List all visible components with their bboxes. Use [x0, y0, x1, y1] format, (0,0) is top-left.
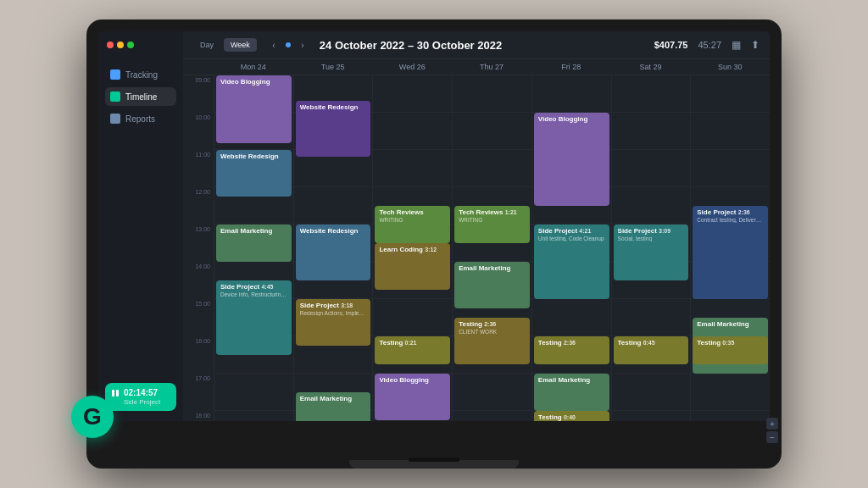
tracking-icon — [110, 69, 120, 80]
day-column-fri: Video BloggingSide Project 4:21Unit test… — [531, 75, 611, 421]
time-label-12: 12:00 — [183, 187, 214, 225]
time-label-15: 15:00 — [183, 299, 214, 336]
sidebar-item-timeline-label: Timeline — [125, 92, 157, 102]
header: Day Week ‹ › 24 October 2022 – 30 Octobe… — [183, 31, 770, 59]
calendar-event[interactable]: Side Project 4:45Device Info, Restructur… — [216, 280, 292, 355]
time-label-11: 11:00 — [183, 150, 214, 187]
calendar-event[interactable]: Email Marketing — [454, 262, 530, 308]
day-header-fri: Fri 28 — [531, 59, 611, 75]
sidebar-item-tracking-label: Tracking — [125, 70, 158, 80]
calendar-event[interactable]: Tech ReviewsWRITING — [375, 206, 450, 243]
time-label-9: 09:00 — [183, 75, 214, 113]
timer-project: Side Project — [124, 398, 170, 406]
export-button[interactable]: ⬆ — [751, 39, 760, 51]
day-view-button[interactable]: Day — [193, 38, 220, 52]
calendar-event[interactable]: Website Redesign — [296, 101, 371, 157]
calendar-event[interactable]: Video Blogging — [375, 374, 450, 420]
next-week-button[interactable]: › — [296, 38, 309, 52]
calendar-event[interactable]: Testing 2:36CLIENT WORK — [454, 318, 530, 364]
traffic-lights — [105, 42, 176, 48]
time-label-10: 10:00 — [183, 113, 214, 150]
calendar-area: Mon 24 Tue 25 Wed 26 Thu 27 Fri 28 Sat 2… — [183, 59, 770, 421]
earnings-display: $407.75 — [654, 40, 688, 50]
sidebar-item-tracking[interactable]: Tracking — [105, 65, 176, 84]
fullscreen-button[interactable] — [127, 42, 134, 48]
calendar-event[interactable]: Learn Coding 3:12 — [375, 243, 450, 290]
laptop-frame: Tracking Timeline Reports 02:14:57 Side — [86, 19, 782, 469]
close-button[interactable] — [107, 42, 114, 48]
calendar-event[interactable]: Side Project 3:18Redesign Actions, Imple… — [296, 299, 371, 346]
zoom-controls: + − — [766, 418, 770, 421]
calendar-event[interactable]: Side Project 3:09Social, testing — [614, 225, 689, 280]
chart-view-button[interactable]: ▦ — [732, 39, 741, 51]
view-toggle: Day Week — [193, 38, 257, 52]
timer-bar[interactable]: 02:14:57 Side Project — [105, 383, 176, 411]
day-column-tue: Website RedesignWebsite RedesignSide Pro… — [293, 75, 373, 421]
calendar-event[interactable]: Video Blogging — [534, 113, 609, 206]
calendar-event[interactable]: Tech Reviews 1:21WRITING — [454, 206, 530, 243]
week-view-button[interactable]: Week — [224, 38, 257, 52]
day-header-sat: Sat 29 — [611, 59, 691, 75]
calendar-event[interactable]: Testing 0:40 — [534, 411, 609, 421]
calendar-event[interactable]: Website Redesign — [296, 225, 371, 280]
sidebar-item-timeline[interactable]: Timeline — [105, 87, 176, 106]
day-header-sun: Sun 30 — [690, 59, 770, 75]
calendar-event[interactable]: Testing 2:36 — [534, 336, 609, 364]
laptop-base — [349, 460, 519, 469]
calendar-event[interactable]: Email Marketing — [216, 225, 292, 262]
zoom-in-button[interactable]: + — [766, 418, 770, 421]
g-logo: G — [71, 396, 114, 438]
main-content: Day Week ‹ › 24 October 2022 – 30 Octobe… — [183, 31, 770, 421]
prev-week-button[interactable]: ‹ — [267, 38, 281, 52]
total-time-display: 45:27 — [698, 40, 721, 50]
day-header-mon: Mon 24 — [214, 59, 293, 75]
time-label-13: 13:00 — [183, 225, 214, 262]
day-column-mon: Video BloggingWebsite RedesignEmail Mark… — [214, 75, 293, 421]
day-header-wed: Wed 26 — [372, 59, 452, 75]
calendar-event[interactable]: Video Blogging — [216, 75, 292, 143]
time-label-17: 17:00 — [183, 374, 214, 411]
time-labels: 09:00 10:00 11:00 12:00 13:00 14:00 15:0… — [183, 75, 214, 421]
calendar-event[interactable]: Email Marketing — [296, 392, 371, 421]
reports-icon — [110, 114, 120, 124]
sidebar-item-reports[interactable]: Reports — [105, 109, 176, 128]
timeline-icon — [110, 92, 120, 102]
calendar-body: 09:00 10:00 11:00 12:00 13:00 14:00 15:0… — [183, 75, 770, 421]
laptop-notch — [409, 458, 459, 462]
time-label-18: 18:00 — [183, 411, 214, 421]
day-headers: Mon 24 Tue 25 Wed 26 Thu 27 Fri 28 Sat 2… — [183, 59, 770, 75]
current-week-indicator — [286, 42, 291, 47]
timer-time: 02:14:57 — [124, 388, 158, 397]
day-header-thu: Thu 27 — [452, 59, 531, 75]
calendar-event[interactable]: Testing 0:21 — [375, 336, 450, 364]
day-column-sat: Side Project 3:09Social, testingTesting … — [611, 75, 691, 421]
minimize-button[interactable] — [117, 42, 124, 48]
day-column-sun: Side Project 2:36Contract testing, Deliv… — [690, 75, 770, 421]
pause-icon — [112, 389, 120, 397]
nav-controls: ‹ › — [267, 38, 309, 52]
calendar-event[interactable]: Testing 0:45 — [614, 336, 689, 364]
calendar-event[interactable]: Website Redesign — [216, 150, 292, 197]
day-header-tue: Tue 25 — [293, 59, 373, 75]
sidebar: Tracking Timeline Reports 02:14:57 Side — [98, 31, 183, 421]
sidebar-item-reports-label: Reports — [125, 114, 155, 124]
calendar-event[interactable]: Side Project 2:36Contract testing, Deliv… — [693, 206, 768, 299]
calendar-event[interactable]: Side Project 4:21Unit testing, Code Clea… — [534, 225, 609, 299]
time-label-16: 16:00 — [183, 336, 214, 374]
calendar-event[interactable]: Testing 0:35 — [693, 336, 768, 364]
laptop-screen: Tracking Timeline Reports 02:14:57 Side — [98, 31, 770, 421]
day-column-thu: Tech Reviews 1:21WRITINGEmail MarketingT… — [452, 75, 531, 421]
date-range: 24 October 2022 – 30 October 2022 — [320, 39, 502, 52]
timer-display: 02:14:57 — [112, 388, 170, 397]
time-label-14: 14:00 — [183, 262, 214, 299]
day-column-wed: Tech ReviewsWRITINGLearn Coding 3:12Test… — [372, 75, 452, 421]
calendar-event[interactable]: Email Marketing — [534, 374, 609, 411]
header-right: $407.75 45:27 ▦ ⬆ — [654, 39, 760, 51]
